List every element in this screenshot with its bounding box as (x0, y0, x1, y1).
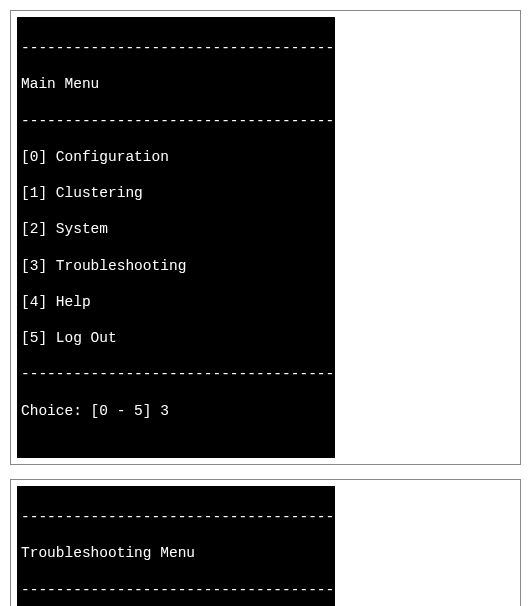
divider: ------------------------------------ (21, 365, 331, 383)
menu-item[interactable]: [5] Log Out (21, 329, 331, 347)
main-menu-frame: ------------------------------------ Mai… (10, 10, 521, 465)
choice-input[interactable]: 3 (160, 403, 169, 419)
menu-title: Main Menu (21, 75, 331, 93)
divider: ------------------------------------ (21, 581, 331, 599)
divider: ------------------------------------ (21, 39, 331, 57)
menu-item[interactable]: [3] Troubleshooting (21, 257, 331, 275)
menu-item[interactable]: [0] Configuration (21, 148, 331, 166)
divider: ------------------------------------ (21, 112, 331, 130)
troubleshooting-menu-frame: ------------------------------------ Tro… (10, 479, 521, 606)
menu-title: Troubleshooting Menu (21, 544, 331, 562)
menu-item[interactable]: [1] Clustering (21, 184, 331, 202)
menu-item[interactable]: [4] Help (21, 293, 331, 311)
main-menu-terminal: ------------------------------------ Mai… (17, 17, 335, 458)
choice-label: Choice: [0 - 5] (21, 403, 160, 419)
troubleshooting-menu-terminal: ------------------------------------ Tro… (17, 486, 335, 606)
menu-item[interactable]: [2] System (21, 220, 331, 238)
choice-prompt[interactable]: Choice: [0 - 5] 3 (21, 402, 331, 420)
divider: ------------------------------------ (21, 508, 331, 526)
